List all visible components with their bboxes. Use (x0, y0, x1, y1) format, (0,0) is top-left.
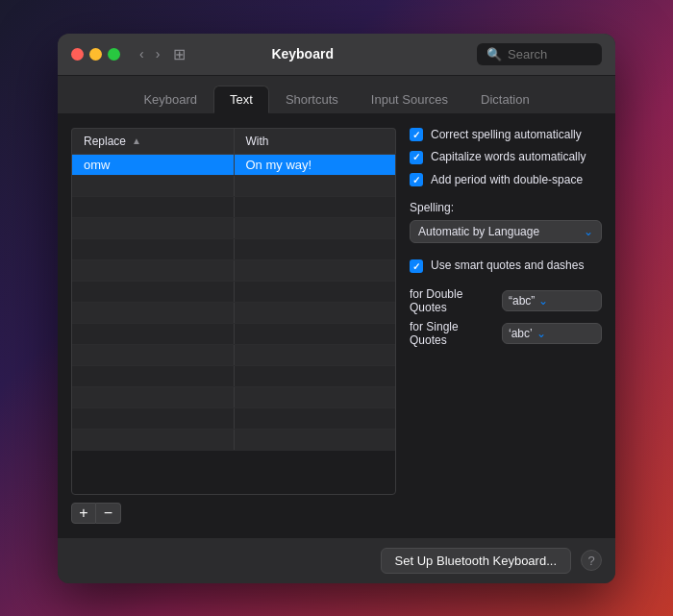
with-cell (235, 324, 396, 344)
spelling-dropdown-value: Automatic by Language (418, 225, 539, 238)
spelling-section-label: Spelling: (410, 201, 602, 214)
table-row[interactable] (72, 366, 395, 387)
right-panel: ✓ Correct spelling automatically ✓ Capit… (410, 128, 602, 524)
correct-spelling-row: ✓ Correct spelling automatically (410, 128, 602, 143)
left-panel: Replace ▲ With omw On my way! (71, 128, 396, 524)
search-bar[interactable]: 🔍 (477, 43, 602, 65)
minimize-button[interactable] (89, 48, 102, 61)
table-row[interactable] (72, 176, 395, 197)
with-cell (235, 387, 396, 407)
replace-cell (72, 345, 235, 365)
footer: Set Up Bluetooth Keyboard... ? (58, 537, 615, 583)
replace-cell (72, 303, 235, 323)
search-icon: 🔍 (486, 47, 502, 62)
table-row[interactable] (72, 260, 395, 282)
with-cell (235, 239, 396, 259)
replace-cell (72, 197, 235, 217)
content-area: Replace ▲ With omw On my way! (58, 114, 615, 537)
tab-input-sources[interactable]: Input Sources (355, 86, 464, 113)
with-cell (235, 176, 396, 196)
keyboard-preferences-window: ‹ › ⊞ Keyboard 🔍 Keyboard Text Shortcuts… (58, 34, 615, 583)
table-row[interactable] (72, 324, 395, 345)
spelling-dropdown[interactable]: Automatic by Language ⌄ (410, 220, 602, 243)
replace-cell (72, 260, 235, 281)
text-replacements-table: omw On my way! (71, 154, 396, 495)
capitalize-words-row: ✓ Capitalize words automatically (410, 150, 602, 165)
replace-cell (72, 239, 235, 259)
table-row[interactable] (72, 430, 395, 451)
spelling-section: Spelling: Automatic by Language ⌄ (410, 201, 602, 243)
maximize-button[interactable] (108, 48, 120, 61)
smart-quotes-row: ✓ Use smart quotes and dashes (410, 259, 602, 274)
replace-cell (72, 430, 235, 450)
with-cell (235, 260, 396, 281)
correct-spelling-checkbox[interactable]: ✓ (410, 128, 423, 141)
table-header: Replace ▲ With (71, 128, 396, 154)
tab-keyboard[interactable]: Keyboard (127, 86, 213, 113)
replace-cell (72, 176, 235, 196)
single-quotes-label: for Single Quotes (410, 320, 496, 347)
double-quotes-value: “abc” (509, 294, 535, 308)
single-quotes-dropdown[interactable]: ‘abc’ ⌄ (502, 323, 602, 344)
add-period-checkbox[interactable]: ✓ (410, 173, 423, 186)
table-row[interactable] (72, 282, 395, 303)
single-quotes-value: ‘abc’ (509, 327, 533, 340)
chevron-down-icon: ⌄ (584, 225, 593, 238)
checkmark-icon: ✓ (412, 152, 420, 162)
table-row[interactable] (72, 239, 395, 260)
double-quotes-label: for Double Quotes (410, 287, 496, 314)
replace-cell (72, 282, 235, 302)
single-quotes-row: for Single Quotes ‘abc’ ⌄ (410, 320, 602, 347)
close-button[interactable] (71, 48, 84, 61)
table-row[interactable] (72, 197, 395, 218)
tab-shortcuts[interactable]: Shortcuts (269, 86, 355, 113)
add-replacement-button[interactable]: + (71, 503, 96, 524)
add-period-label: Add period with double-space (431, 173, 583, 188)
table-row[interactable] (72, 303, 395, 324)
smart-quotes-checkbox[interactable]: ✓ (410, 259, 423, 273)
help-button[interactable]: ? (581, 550, 602, 571)
with-cell (235, 303, 396, 323)
chevron-down-icon: ⌄ (536, 327, 546, 340)
col-replace-header: Replace ▲ (72, 129, 235, 154)
table-actions: + − (71, 503, 121, 524)
smart-quotes-label: Use smart quotes and dashes (431, 259, 584, 274)
replace-cell: omw (72, 155, 235, 175)
correct-spelling-label: Correct spelling automatically (431, 128, 582, 143)
checkmark-icon: ✓ (412, 130, 420, 140)
with-cell (235, 430, 396, 450)
setup-bluetooth-button[interactable]: Set Up Bluetooth Keyboard... (381, 548, 571, 574)
search-input[interactable] (508, 47, 592, 62)
titlebar: ‹ › ⊞ Keyboard 🔍 (58, 34, 615, 76)
with-cell (235, 345, 396, 365)
remove-replacement-button[interactable]: − (96, 503, 121, 524)
with-cell (235, 197, 396, 217)
col-with-header: With (235, 129, 396, 154)
window-title: Keyboard (128, 46, 477, 62)
tab-text[interactable]: Text (213, 86, 269, 113)
table-row[interactable] (72, 218, 395, 239)
table-row[interactable] (72, 408, 395, 430)
checkmark-icon: ✓ (412, 261, 420, 272)
with-cell (235, 408, 396, 429)
with-cell (235, 218, 396, 238)
double-quotes-row: for Double Quotes “abc” ⌄ (410, 287, 602, 314)
with-cell (235, 366, 396, 386)
replace-cell (72, 408, 235, 429)
replace-cell (72, 366, 235, 386)
quotes-section: for Double Quotes “abc” ⌄ for Single Quo… (410, 287, 602, 347)
with-cell: On my way! (235, 155, 396, 175)
table-row[interactable] (72, 345, 395, 366)
table-row[interactable] (72, 387, 395, 408)
table-row[interactable]: omw On my way! (72, 155, 395, 176)
checkmark-icon: ✓ (412, 175, 420, 185)
with-cell (235, 282, 396, 302)
replace-cell (72, 324, 235, 344)
replace-cell (72, 218, 235, 238)
tab-dictation[interactable]: Dictation (464, 86, 546, 113)
capitalize-words-checkbox[interactable]: ✓ (410, 151, 423, 164)
replace-cell (72, 387, 235, 407)
double-quotes-dropdown[interactable]: “abc” ⌄ (502, 290, 602, 311)
capitalize-words-label: Capitalize words automatically (431, 150, 586, 165)
tabs-bar: Keyboard Text Shortcuts Input Sources Di… (58, 76, 615, 114)
